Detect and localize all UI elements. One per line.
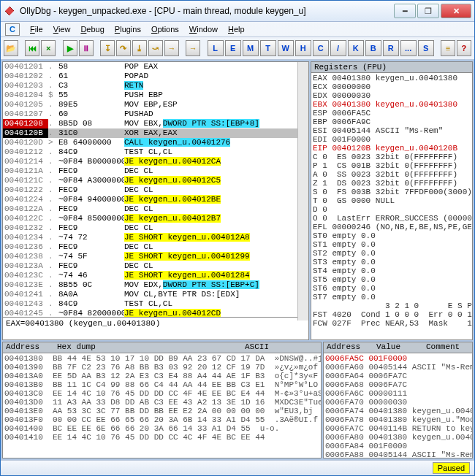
toolbar-/-button[interactable]: /: [330, 40, 346, 56]
hex-row[interactable]: 004013C0 EE 14 4C 10 76 45 DD DD CC 4F 4…: [4, 389, 319, 398]
stack-row[interactable]: 0006FA5C 001F0000: [325, 354, 471, 363]
menu-window[interactable]: Window: [189, 25, 218, 34]
hex-row[interactable]: 004013D0 11 A3 AA 33 D8 DD AB C3 EE 43 A…: [4, 398, 319, 407]
toolbar-e-button[interactable]: E: [225, 40, 241, 56]
stack-row[interactable]: 0006FA78 00401380 keygen_u."Mode: [325, 415, 471, 424]
disasm-row[interactable]: 00401224.~0F84 94000000JE keygen_u.00401…: [3, 195, 308, 204]
register-line[interactable]: EBX 00401380 keygen_u.00401380: [313, 100, 471, 109]
register-line[interactable]: EIP 0040120B keygen_u.0040120B: [313, 144, 471, 153]
register-line[interactable]: EAX 00401380 keygen_u.00401380: [313, 74, 471, 82]
register-line[interactable]: FCW 027F Prec NEAR,53 Mask 1 1 1 1 1: [313, 319, 471, 328]
pause-icon[interactable]: ⏸: [79, 40, 94, 56]
register-line[interactable]: ST1 empty 0.0: [313, 240, 471, 249]
register-line[interactable]: C 0 ES 0023 32bit 0(FFFFFFFF): [313, 153, 471, 161]
toolbar-b-button[interactable]: B: [365, 40, 381, 56]
disasm-row[interactable]: 00401214.~0F84 B0000000JE keygen_u.00401…: [3, 157, 308, 166]
disasm-panel[interactable]: 00401201.58POP EAX00401202.61POPAD004012…: [2, 61, 309, 340]
minimize-button[interactable]: ━: [394, 4, 416, 18]
disasm-row[interactable]: 00401201.58POP EAX: [3, 62, 308, 72]
disasm-row[interactable]: 0040120D>E8 64000000CALL keygen_u.004012…: [3, 138, 308, 147]
disasm-row[interactable]: 0040121A.FEC9DEC CL: [3, 166, 308, 176]
toolbar-t-button[interactable]: T: [260, 40, 276, 56]
hex-row[interactable]: 004013F0 00 00 CC EE 66 65 66 20 3A 6B 1…: [4, 415, 319, 424]
register-line[interactable]: D 0: [313, 205, 471, 214]
toolbar-m-button[interactable]: M: [243, 40, 259, 56]
register-line[interactable]: ST0 empty 0.0: [313, 231, 471, 240]
disasm-row[interactable]: 00401232.FEC9DEC CL: [3, 223, 308, 233]
stack-row[interactable]: 0006FA74 00401380 keygen_u.0040: [325, 407, 471, 415]
stack-row[interactable]: 0006FA88 00405144 ASCII "Ms-Rem: [325, 450, 471, 458]
stack-row[interactable]: 0006FA84 001F0000: [325, 442, 471, 450]
disasm-row[interactable]: 00401234.~74 72JE SHORT keygen_u.004012A…: [3, 233, 308, 242]
disasm-row[interactable]: 0040123E.8B55 0CMOV EDX,DWORD PTR SS:[EB…: [3, 280, 308, 290]
titlebar[interactable]: OllyDbg - keygen_unpacked.exe - [CPU - m…: [1, 1, 474, 22]
register-line[interactable]: Z 1 DS 0023 32bit 0(FFFFFFFF): [313, 179, 471, 188]
stack-panel[interactable]: Address Value Comment 0006FA5C 001F0000 …: [323, 342, 473, 458]
step-over-icon[interactable]: ↷: [116, 40, 131, 56]
stack-row[interactable]: 0006FA7C 0040114B RETURN to key: [325, 424, 471, 433]
disasm-row[interactable]: 00401208.8B5D 08MOV EBX,DWORD PTR SS:[EB…: [3, 119, 308, 128]
register-line[interactable]: A 0 SS 0023 32bit 0(FFFFFFFF): [313, 170, 471, 179]
hex-row[interactable]: 004013B0 BB 11 1C C4 99 88 66 C4 44 AA 4…: [4, 380, 319, 389]
disasm-row[interactable]: 00401202.61POPAD: [3, 72, 308, 81]
menu-help[interactable]: Help: [228, 25, 245, 34]
disasm-row[interactable]: 0040123A.FEC9DEC CL: [3, 261, 308, 271]
maximize-button[interactable]: ❐: [417, 4, 439, 18]
disasm-row[interactable]: 00401207.60PUSHAD: [3, 110, 308, 119]
open-icon[interactable]: 📂: [4, 40, 18, 56]
toolbar-k-button[interactable]: K: [348, 40, 364, 56]
toolbar-s-button[interactable]: S: [418, 40, 434, 56]
toolbar-w-button[interactable]: W: [278, 40, 294, 56]
register-line[interactable]: O 0 LastErr ERROR_SUCCESS (00000000): [313, 214, 471, 223]
register-line[interactable]: T 0 GS 0000 NULL: [313, 196, 471, 205]
hex-row[interactable]: 00401400 BC EE EE 6E 66 66 20 3A 66 14 3…: [4, 424, 319, 433]
register-line[interactable]: EBP 0006FA9C: [313, 118, 471, 126]
play-icon[interactable]: ▶: [63, 40, 77, 56]
disasm-row[interactable]: 00401245.~0F84 82000000JE keygen_u.00401…: [3, 309, 308, 317]
disasm-row[interactable]: 0040122C.~0F84 85000000JE keygen_u.00401…: [3, 214, 308, 223]
register-line[interactable]: P 1 CS 001B 32bit 0(FFFFFFFF): [313, 161, 471, 170]
step-into-icon[interactable]: ↧: [100, 40, 115, 56]
stack-row[interactable]: 0006FA80 00401380 keygen_u.0040: [325, 433, 471, 442]
hex-panel[interactable]: Address Hex dump ASCII 00401380 BB 44 4E…: [2, 342, 322, 458]
restart-icon[interactable]: ×: [41, 40, 56, 56]
register-line[interactable]: EDI 001F0000: [313, 135, 471, 144]
toolbar-...-button[interactable]: ...: [400, 40, 417, 56]
register-line[interactable]: ST3 empty 0.0: [313, 258, 471, 266]
execute-till-icon[interactable]: →: [164, 40, 179, 56]
stack-row[interactable]: 0006FA60 00405144 ASCII "Ms-Rem: [325, 363, 471, 372]
register-line[interactable]: S 0 FS 003B 32bit 7FFDF000(3000): [313, 188, 471, 196]
hex-row[interactable]: 00401380 BB 44 4E 53 10 17 10 DD B9 AA 2…: [4, 354, 319, 363]
disasm-row[interactable]: 0040121C.~0F84 A3000000JE keygen_u.00401…: [3, 176, 308, 185]
disasm-row[interactable]: 00401243.84C9TEST CL,CL: [3, 299, 308, 309]
register-line[interactable]: ESP 0006FA5C: [313, 109, 471, 118]
hex-row[interactable]: 004013E0 AA 53 3C 3C 77 BB DD BB EE E2 2…: [4, 407, 319, 415]
disasm-row[interactable]: 00401241.8A0AMOV CL,BYTE PTR DS:[EDX]: [3, 290, 308, 299]
register-line[interactable]: ST6 empty 0.0: [313, 284, 471, 293]
menu-plugins[interactable]: Plugins: [115, 25, 141, 34]
register-line[interactable]: EDX 00000030: [313, 91, 471, 100]
register-line[interactable]: ST5 empty 0.0: [313, 275, 471, 284]
register-line[interactable]: ESI 00405144 ASCII "Ms-Rem": [313, 126, 471, 135]
disasm-row[interactable]: 00401204$55PUSH EBP: [3, 91, 308, 100]
stack-row[interactable]: 0006FA68 0006FA7C: [325, 380, 471, 389]
toolbar-l-button[interactable]: L: [208, 40, 224, 56]
register-line[interactable]: FST 4020 Cond 1 0 0 0 Err 0 0 1 0 0 0 0: [313, 310, 471, 319]
register-line[interactable]: ECX 00000000: [313, 82, 471, 91]
register-line[interactable]: EFL 00000246 (NO,NB,E,BE,NS,PE,GE,LE): [313, 223, 471, 231]
trace-into-icon[interactable]: ⤓: [132, 40, 147, 56]
scrollbar[interactable]: [297, 62, 308, 320]
goto-icon[interactable]: →: [186, 40, 200, 56]
disasm-row[interactable]: 0040120B.31C0XOR EAX,EAX: [3, 128, 308, 138]
registers-panel[interactable]: Registers (FPU) EAX 00401380 keygen_u.00…: [311, 61, 473, 340]
disasm-row[interactable]: 00401203.C3RETN: [3, 81, 308, 91]
stack-row[interactable]: 0006FA70 00000030: [325, 398, 471, 407]
toolbar-h-button[interactable]: H: [295, 40, 311, 56]
stack-row[interactable]: 0006FA64 0006FA7C: [325, 372, 471, 380]
disasm-row[interactable]: 0040123C.~74 46JE SHORT keygen_u.0040128…: [3, 271, 308, 280]
hex-row[interactable]: 004013A0 EE 5D AA B3 12 2A E3 C3 E4 88 A…: [4, 372, 319, 380]
menu-view[interactable]: View: [53, 25, 71, 34]
menu-file[interactable]: File: [30, 25, 43, 34]
disasm-row[interactable]: 00401212.84C9TEST CL,CL: [3, 147, 308, 157]
register-line[interactable]: 3 2 1 0 E S P U O Z D: [313, 302, 471, 310]
